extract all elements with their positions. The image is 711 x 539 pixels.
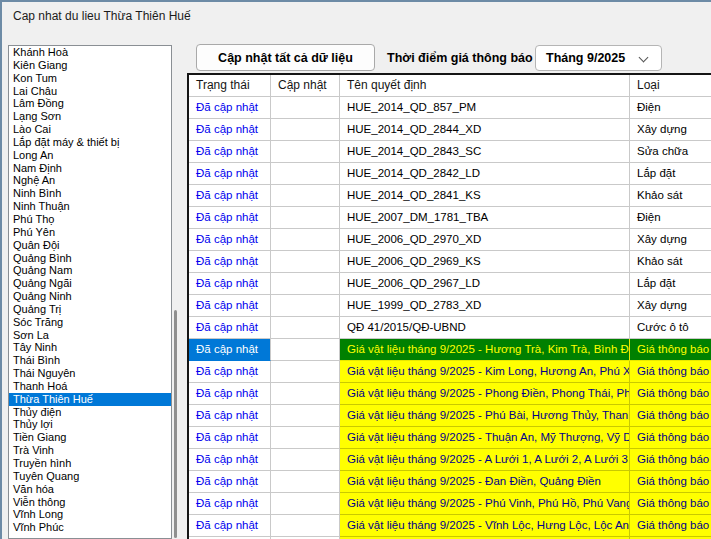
row-type-cell[interactable]: Giá thông báo: [630, 383, 711, 405]
row-type-cell[interactable]: Khảo sát: [630, 251, 711, 273]
row-status-cell[interactable]: Đã cập nhật: [189, 383, 271, 405]
row-name-cell[interactable]: Giá vật liệu tháng 9/2025 - Phong Điền, …: [340, 383, 630, 405]
sidebar-item[interactable]: Ninh Thuận: [9, 200, 171, 213]
sidebar-item[interactable]: Kon Tum: [9, 72, 171, 85]
sidebar-item[interactable]: Long An: [9, 149, 171, 162]
table-row[interactable]: Đã cập nhậtHUE_2007_DM_1781_TBAĐiện: [189, 207, 711, 229]
row-update-cell[interactable]: [271, 383, 340, 405]
row-name-cell[interactable]: QĐ 41/2015/QĐ-UBND: [340, 317, 630, 339]
row-update-cell[interactable]: [271, 493, 340, 515]
row-update-cell[interactable]: [271, 295, 340, 317]
column-header-name[interactable]: Tên quyết định: [340, 75, 630, 97]
row-name-cell[interactable]: Giá vật liệu tháng 9/2025 - Thuận An, Mỹ…: [340, 427, 630, 449]
row-update-cell[interactable]: [271, 273, 340, 295]
row-type-cell[interactable]: Lắp đặt: [630, 273, 711, 295]
row-name-cell[interactable]: Giá vật liệu tháng 9/2025 - A Lưới 1, A …: [340, 449, 630, 471]
row-status-cell[interactable]: Đã cập nhật: [189, 515, 271, 537]
row-name-cell[interactable]: HUE_2014_QD_857_PM: [340, 97, 630, 119]
table-row[interactable]: Đã cập nhậtGiá vật liệu tháng 9/2025 - H…: [189, 339, 711, 361]
sidebar-item[interactable]: Tây Ninh: [9, 341, 171, 354]
row-name-cell[interactable]: HUE_2014_QD_2844_XD: [340, 119, 630, 141]
row-name-cell[interactable]: HUE_2014_QD_2843_SC: [340, 141, 630, 163]
sidebar-item[interactable]: Quân Đội: [9, 239, 171, 252]
row-name-cell[interactable]: HUE_2006_QD_2969_KS: [340, 251, 630, 273]
row-name-cell[interactable]: Giá vật liệu tháng 9/2025 - Hương Trà, K…: [340, 339, 630, 361]
table-row[interactable]: Đã cập nhậtHUE_2014_QD_857_PMĐiện: [189, 97, 711, 119]
table-row[interactable]: Đã cập nhậtGiá vật liệu tháng 9/2025 - Đ…: [189, 471, 711, 493]
row-name-cell[interactable]: Giá vật liệu tháng 9/2025 - Phú Bài, Hươ…: [340, 405, 630, 427]
column-header-update[interactable]: Cập nhật: [271, 75, 340, 97]
row-type-cell[interactable]: Giá thông báo: [630, 471, 711, 493]
row-name-cell[interactable]: Giá vật liệu tháng 9/2025 - Đan Điền, Qu…: [340, 471, 630, 493]
row-type-cell[interactable]: Giá thông báo: [630, 361, 711, 383]
table-row[interactable]: Đã cập nhậtHUE_2014_QD_2841_KSKhảo sát: [189, 185, 711, 207]
row-update-cell[interactable]: [271, 339, 340, 361]
row-status-cell[interactable]: Đã cập nhật: [189, 449, 271, 471]
row-status-cell[interactable]: Đã cập nhật: [189, 97, 271, 119]
row-type-cell[interactable]: Xây dựng: [630, 119, 711, 141]
sidebar-item[interactable]: Tuyên Quang: [9, 470, 171, 483]
table-row[interactable]: Đã cập nhậtHUE_1999_QD_2783_XDXây dựng: [189, 295, 711, 317]
sidebar-item[interactable]: Lắp đặt máy & thiết bị: [9, 136, 171, 149]
sidebar-item[interactable]: Phú Thọ: [9, 213, 171, 226]
table-row[interactable]: Đã cập nhậtHUE_2006_QD_2970_XDXây dựng: [189, 229, 711, 251]
sidebar-item[interactable]: Thủy điện: [9, 406, 171, 419]
row-status-cell[interactable]: Đã cập nhật: [189, 251, 271, 273]
row-type-cell[interactable]: Lắp đặt: [630, 163, 711, 185]
row-update-cell[interactable]: [271, 97, 340, 119]
table-row[interactable]: Đã cập nhậtHUE_2014_QD_2842_LDLắp đặt: [189, 163, 711, 185]
row-update-cell[interactable]: [271, 185, 340, 207]
sidebar-item[interactable]: Lai Châu: [9, 85, 171, 98]
row-type-cell[interactable]: Điện: [630, 97, 711, 119]
sidebar-item[interactable]: Truyền hình: [9, 457, 171, 470]
row-type-cell[interactable]: Cước ô tô: [630, 317, 711, 339]
row-update-cell[interactable]: [271, 471, 340, 493]
table-row[interactable]: Đã cập nhậtHUE_2006_QD_2967_LDLắp đặt: [189, 273, 711, 295]
row-update-cell[interactable]: [271, 515, 340, 537]
table-row[interactable]: Đã cập nhậtGiá vật liệu tháng 9/2025 - P…: [189, 383, 711, 405]
table-row[interactable]: Đã cập nhậtHUE_2014_QD_2843_SCSửa chữa: [189, 141, 711, 163]
sidebar-item[interactable]: Thủy lợi: [9, 418, 171, 431]
table-row[interactable]: Đã cập nhậtGiá vật liệu tháng 9/2025 - T…: [189, 427, 711, 449]
row-status-cell[interactable]: Đã cập nhật: [189, 405, 271, 427]
row-update-cell[interactable]: [271, 449, 340, 471]
row-status-cell[interactable]: Đã cập nhật: [189, 339, 271, 361]
sidebar-item[interactable]: Quảng Nam: [9, 264, 171, 277]
row-update-cell[interactable]: [271, 361, 340, 383]
sidebar-item[interactable]: Vĩnh Long: [9, 508, 171, 521]
row-update-cell[interactable]: [271, 251, 340, 273]
row-type-cell[interactable]: Giá thông báo: [630, 405, 711, 427]
sidebar-item[interactable]: Thái Bình: [9, 354, 171, 367]
row-type-cell[interactable]: Sửa chữa: [630, 141, 711, 163]
row-type-cell[interactable]: Xây dựng: [630, 229, 711, 251]
column-header-type[interactable]: Loại: [630, 75, 711, 97]
row-status-cell[interactable]: Đã cập nhật: [189, 141, 271, 163]
row-type-cell[interactable]: Giá thông báo: [630, 339, 711, 361]
sidebar-item[interactable]: Sóc Trăng: [9, 316, 171, 329]
sidebar-item[interactable]: Lào Cai: [9, 123, 171, 136]
row-name-cell[interactable]: HUE_2006_QD_2967_LD: [340, 273, 630, 295]
sidebar-item[interactable]: Khánh Hoà: [9, 46, 171, 59]
sidebar-item[interactable]: Ninh Bình: [9, 187, 171, 200]
row-name-cell[interactable]: Giá vật liệu tháng 9/2025 - Kim Long, Hư…: [340, 361, 630, 383]
table-row[interactable]: Đã cập nhậtQĐ 41/2015/QĐ-UBNDCước ô tô: [189, 317, 711, 339]
row-name-cell[interactable]: Giá vật liệu tháng 9/2025 - Vĩnh Lộc, Hư…: [340, 515, 630, 537]
sidebar-item[interactable]: Trà Vinh: [9, 444, 171, 457]
row-name-cell[interactable]: HUE_2014_QD_2841_KS: [340, 185, 630, 207]
row-status-cell[interactable]: Đã cập nhật: [189, 207, 271, 229]
sidebar-item[interactable]: Phú Yên: [9, 226, 171, 239]
table-row[interactable]: Đã cập nhậtHUE_2014_QD_2844_XDXây dựng: [189, 119, 711, 141]
row-type-cell[interactable]: Xây dựng: [630, 295, 711, 317]
sidebar-item[interactable]: Nghệ An: [9, 174, 171, 187]
sidebar-item[interactable]: Thừa Thiên Huế: [9, 393, 171, 406]
row-status-cell[interactable]: Đã cập nhật: [189, 229, 271, 251]
row-update-cell[interactable]: [271, 229, 340, 251]
row-status-cell[interactable]: Đã cập nhật: [189, 119, 271, 141]
row-status-cell[interactable]: Đã cập nhật: [189, 427, 271, 449]
row-update-cell[interactable]: [271, 163, 340, 185]
row-status-cell[interactable]: Đã cập nhật: [189, 163, 271, 185]
row-status-cell[interactable]: Đã cập nhật: [189, 273, 271, 295]
table-row[interactable]: Đã cập nhậtGiá vật liệu tháng 9/2025 - P…: [189, 405, 711, 427]
sidebar-item[interactable]: Quảng Ninh: [9, 290, 171, 303]
table-row[interactable]: Đã cập nhậtGiá vật liệu tháng 9/2025 - K…: [189, 361, 711, 383]
